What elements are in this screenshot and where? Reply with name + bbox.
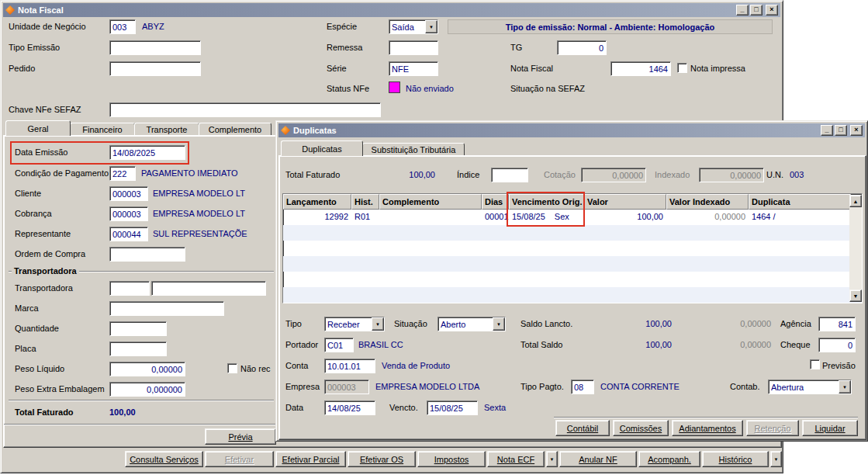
table-row-empty[interactable] [283, 287, 862, 303]
chevron-down-icon[interactable]: ▼ [493, 317, 505, 331]
peso-liquido-field[interactable]: 0,00000 [109, 362, 185, 376]
efetivar-os-button[interactable]: Efetivar OS [348, 451, 416, 467]
transportadora-desc-field[interactable] [151, 281, 266, 296]
representante-field[interactable]: 000044 [109, 227, 148, 241]
minimize-icon[interactable]: _ [736, 5, 749, 16]
condicao-pagamento-field[interactable]: 222 [109, 166, 136, 181]
chevron-down-icon[interactable]: ▼ [839, 380, 851, 394]
situacao-select[interactable]: Aberto ▼ [437, 317, 506, 331]
previa-button[interactable]: Prévia [205, 428, 276, 445]
chave-nfe-field[interactable] [109, 102, 381, 117]
liquidar-button[interactable]: Liquidar [802, 420, 858, 436]
anular-nf-button[interactable]: Anular NF [559, 451, 637, 467]
close-icon[interactable]: × [766, 5, 778, 16]
scroll-up-icon[interactable]: ▲ [849, 195, 862, 207]
col-lancamento[interactable]: Lançamento [283, 194, 351, 210]
marca-field[interactable] [109, 301, 224, 316]
chevron-down-icon[interactable]: ▼ [425, 20, 437, 33]
comissoes-button[interactable]: Comissões [613, 420, 669, 436]
table-row-empty[interactable] [283, 272, 862, 287]
tab-financeiro[interactable]: Financeiro [70, 123, 135, 136]
indice-field[interactable] [491, 168, 528, 182]
contab-select[interactable]: Abertura ▼ [768, 380, 852, 394]
table-row-empty[interactable] [283, 241, 862, 256]
nota-fiscal-titlebar[interactable]: Nota Fiscal _ □ × [3, 3, 780, 17]
cheque-field[interactable]: 0 [818, 338, 856, 352]
cell-complemento[interactable] [379, 210, 482, 225]
nota-ecf-button[interactable]: Nota ECF [487, 451, 545, 467]
col-valor[interactable]: Valor [584, 194, 666, 210]
agencia-field[interactable]: 841 [818, 317, 856, 331]
maximize-icon[interactable]: □ [750, 5, 763, 16]
duplicatas-titlebar[interactable]: Duplicatas _ □ × [278, 123, 865, 137]
cell-valor[interactable]: 100,00 [584, 210, 666, 225]
cell-valor-indexado[interactable]: 0,00000 [666, 210, 749, 225]
historico-dropdown-icon[interactable]: ▼ [770, 451, 782, 467]
adiantamentos-button[interactable]: Adiantamentos [672, 420, 743, 436]
status-nfe-swatch [389, 81, 400, 93]
maximize-icon[interactable]: □ [835, 125, 847, 136]
col-hist[interactable]: Hist. [351, 194, 379, 210]
cell-dias[interactable]: 00001 [482, 210, 509, 225]
footer-toolbar: Consulta Serviços Efetivar Efetivar Parc… [125, 451, 782, 467]
quantidade-field[interactable] [109, 321, 167, 336]
vencto-field[interactable]: 15/08/25 [427, 400, 478, 415]
cell-vencimento-orig[interactable]: 15/08/25Sex [509, 210, 584, 225]
ordem-compra-field[interactable] [109, 247, 185, 262]
tab-transporte[interactable]: Transporte [134, 123, 199, 136]
col-valor-indexado[interactable]: Valor Indexado [666, 194, 749, 210]
tipo-emissao-label: Tipo Emissão [9, 43, 60, 53]
table-row-empty[interactable] [283, 225, 862, 241]
chevron-down-icon[interactable]: ▼ [372, 317, 384, 331]
tab-geral[interactable]: Geral [5, 120, 71, 136]
remessa-field[interactable] [389, 40, 438, 55]
pedido-label: Pedido [9, 64, 35, 74]
data-field[interactable]: 14/08/25 [324, 400, 375, 415]
nota-fiscal-field[interactable]: 1464 [610, 61, 671, 76]
placa-field[interactable] [109, 342, 167, 356]
nota-impressa-checkbox[interactable] [677, 63, 687, 73]
col-complemento[interactable]: Complemento [379, 194, 482, 210]
col-duplicata[interactable]: Duplicata [749, 194, 851, 210]
transportadora-code-field[interactable] [109, 281, 150, 296]
cell-lancamento[interactable]: 12992 [283, 210, 351, 225]
previsao-checkbox[interactable] [810, 359, 820, 369]
tipo-select[interactable]: Receber ▼ [324, 317, 385, 331]
tipo-emissao-field[interactable] [109, 40, 201, 55]
portador-field[interactable]: C01 [324, 338, 354, 352]
unidade-negocio-field[interactable]: 003 [109, 19, 136, 34]
acompanh-button[interactable]: Acompanh. [638, 451, 700, 467]
cliente-field[interactable]: 000003 [109, 186, 148, 201]
impostos-button[interactable]: Impostos [417, 451, 486, 467]
table-row[interactable]: 12992 R01 00001 15/08/25Sex 100,00 0,000… [283, 210, 862, 225]
tg-field[interactable]: 0 [557, 40, 607, 55]
historico-button[interactable]: Histórico [702, 451, 769, 467]
table-row-empty[interactable] [283, 256, 862, 272]
close-icon[interactable]: × [850, 125, 863, 136]
chave-nfe-label: Chave NFe SEFAZ [9, 105, 81, 115]
especie-select[interactable]: Saída ▼ [389, 19, 438, 34]
peso-extra-field[interactable]: 0,000000 [109, 382, 185, 397]
cell-duplicata[interactable]: 1464 / [749, 210, 851, 225]
data-emissao-field[interactable]: 14/08/2025 [109, 145, 185, 160]
consulta-servicos-button[interactable]: Consulta Serviços [125, 451, 203, 467]
scroll-down-icon[interactable]: ▼ [849, 290, 862, 302]
minimize-icon[interactable]: _ [821, 125, 833, 136]
efetivar-parcial-button[interactable]: Efetivar Parcial [275, 451, 346, 467]
pedido-field[interactable] [109, 61, 201, 76]
contabil-button[interactable]: Contábil [555, 420, 610, 436]
vertical-scrollbar[interactable]: ▲ ▼ [849, 195, 862, 302]
nota-ecf-dropdown-icon[interactable]: ▼ [546, 451, 558, 467]
conta-field[interactable]: 10.01.01 [324, 359, 375, 373]
cobranca-field[interactable]: 000003 [109, 206, 148, 221]
col-dias[interactable]: Dias [482, 194, 509, 210]
nao-rec-checkbox[interactable] [227, 363, 237, 373]
tipo-pagto-field[interactable]: 08 [571, 380, 594, 394]
tab-duplicatas[interactable]: Duplicatas [281, 140, 363, 156]
cell-hist[interactable]: R01 [351, 210, 379, 225]
col-vencimento-orig[interactable]: Vencimento Orig. [509, 194, 584, 210]
tab-substituicao-tributaria[interactable]: Substituição Tributária [362, 143, 465, 156]
nota-impressa-label: Nota impressa [690, 64, 745, 74]
serie-field[interactable]: NFE [389, 61, 438, 76]
tab-complemento[interactable]: Complemento [199, 123, 271, 136]
